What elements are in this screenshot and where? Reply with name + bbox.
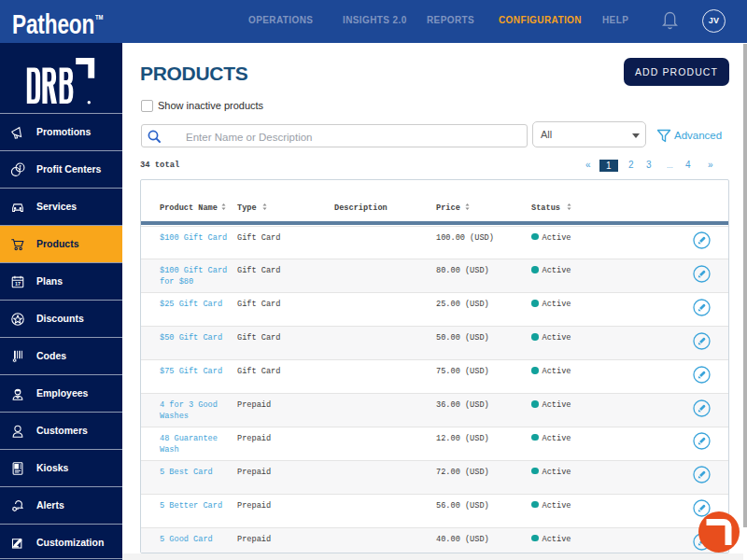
svg-text:17: 17 xyxy=(15,281,21,287)
